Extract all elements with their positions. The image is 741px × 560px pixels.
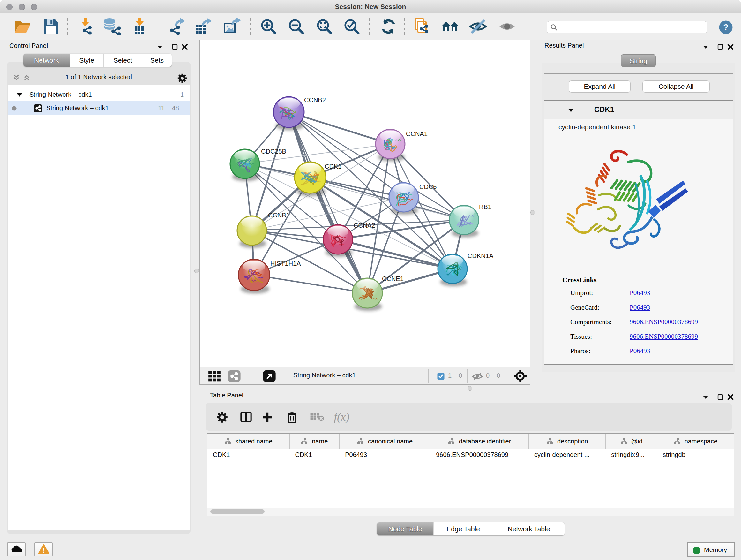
table-cell[interactable]: P06493 bbox=[340, 449, 430, 461]
crosslink-link[interactable]: P06493 bbox=[630, 304, 650, 312]
control-tab-network[interactable]: Network bbox=[23, 54, 70, 67]
node-CCNE1[interactable] bbox=[352, 278, 382, 311]
network-options-gear-icon[interactable] bbox=[177, 73, 187, 83]
network-collection-row[interactable]: String Network – cdk1 1 bbox=[8, 88, 190, 101]
column-header-shared-name[interactable]: shared name bbox=[207, 434, 290, 449]
zoom-in-icon[interactable] bbox=[260, 18, 277, 35]
table-cell[interactable]: stringdb:9... bbox=[606, 449, 657, 461]
node-CDC6[interactable] bbox=[389, 183, 418, 215]
table-row[interactable]: CDK1CDK1P064939606.ENSP00000378699cyclin… bbox=[207, 449, 734, 461]
fit-selected-crosshair-icon[interactable] bbox=[514, 370, 527, 382]
crosslink-label: Tissues: bbox=[570, 333, 592, 341]
result-section-header[interactable]: CDK1 bbox=[544, 101, 733, 119]
control-tab-select[interactable]: Select bbox=[104, 54, 142, 67]
first-neighbors-icon[interactable] bbox=[441, 18, 460, 35]
crosslink-link[interactable]: P06493 bbox=[630, 347, 650, 355]
save-session-icon[interactable] bbox=[43, 18, 59, 35]
search-box[interactable] bbox=[547, 21, 707, 33]
results-panel-close-button[interactable] bbox=[727, 44, 735, 51]
column-header-description[interactable]: description bbox=[529, 434, 606, 449]
results-panel-title: Results Panel bbox=[544, 42, 584, 49]
network-share-badge-icon[interactable] bbox=[228, 370, 241, 382]
column-header--id[interactable]: @id bbox=[606, 434, 657, 449]
section-collapse-triangle-icon[interactable] bbox=[567, 107, 575, 113]
table-panel-maximize-button[interactable] bbox=[717, 394, 725, 401]
node-CCNB1[interactable] bbox=[237, 216, 266, 248]
table-tab-network-table[interactable]: Network Table bbox=[493, 522, 564, 536]
export-network-icon[interactable] bbox=[169, 18, 187, 35]
table-cell[interactable]: stringdb bbox=[657, 449, 734, 461]
new-network-from-selection-icon[interactable] bbox=[413, 17, 430, 36]
results-panel-maximize-button[interactable] bbox=[717, 44, 725, 51]
control-panel-float-button[interactable] bbox=[156, 44, 164, 51]
results-tab-string[interactable]: String bbox=[621, 54, 656, 67]
network-canvas[interactable]: CCNB2CCNA1CDC25BCDK1CDC6RB1CCNB1CCNA2CDK… bbox=[200, 40, 530, 367]
node-label-CCNA1: CCNA1 bbox=[406, 130, 428, 137]
memory-button[interactable]: Memory bbox=[687, 542, 735, 557]
node-CDK1[interactable] bbox=[294, 162, 326, 196]
scrollbar-thumb[interactable] bbox=[210, 509, 265, 514]
table-cell[interactable]: 9606.ENSP00000378699 bbox=[430, 449, 529, 461]
export-table-icon[interactable] bbox=[194, 18, 213, 35]
table-cell[interactable]: CDK1 bbox=[289, 449, 340, 461]
table-cell[interactable]: CDK1 bbox=[207, 449, 289, 461]
table-settings-icon[interactable] bbox=[216, 411, 228, 423]
control-tab-style[interactable]: Style bbox=[70, 54, 104, 67]
control-panel-close-button[interactable] bbox=[181, 44, 189, 51]
table-panel-close-button[interactable] bbox=[727, 394, 735, 401]
export-image-icon[interactable] bbox=[223, 18, 242, 35]
results-panel-float-button[interactable] bbox=[702, 44, 710, 51]
import-table-icon[interactable] bbox=[131, 17, 148, 36]
add-column-icon[interactable] bbox=[261, 411, 273, 423]
birdseye-grid-icon[interactable] bbox=[208, 370, 221, 382]
network-row[interactable]: String Network – cdk1 11 48 bbox=[8, 101, 190, 115]
node-CDKN1A[interactable] bbox=[438, 254, 467, 287]
column-header-name[interactable]: name bbox=[290, 434, 340, 449]
apply-layout-icon[interactable] bbox=[380, 18, 397, 35]
network-current-dot-icon bbox=[12, 106, 17, 111]
help-button[interactable]: ? bbox=[719, 20, 733, 35]
right-splitter-handle[interactable] bbox=[530, 210, 535, 215]
open-in-browser-icon[interactable] bbox=[263, 370, 276, 382]
table-tab-edge-table[interactable]: Edge Table bbox=[434, 522, 493, 536]
import-database-icon[interactable] bbox=[103, 17, 122, 36]
selected-nodes-checkbox-icon[interactable] bbox=[437, 373, 445, 380]
open-session-icon[interactable] bbox=[14, 18, 31, 35]
node-RB1[interactable] bbox=[449, 205, 479, 238]
node-HIST1H1A[interactable] bbox=[239, 259, 270, 294]
crosslink-link[interactable]: 9606.ENSP00000378699 bbox=[630, 318, 698, 326]
column-header-database-identifier[interactable]: database identifier bbox=[430, 434, 529, 449]
node-CCNB2[interactable] bbox=[273, 97, 304, 130]
table-horizontal-scrollbar[interactable] bbox=[207, 508, 734, 516]
edge-CCNB2-CCNA1[interactable] bbox=[289, 112, 390, 144]
table-tab-node-table[interactable]: Node Table bbox=[377, 522, 434, 536]
table-cell[interactable]: cyclin-dependent ... bbox=[529, 449, 606, 461]
crosslink-link[interactable]: P06493 bbox=[630, 289, 650, 297]
hide-selected-icon[interactable] bbox=[469, 19, 487, 34]
import-network-icon[interactable] bbox=[77, 17, 94, 36]
cloud-status-button[interactable] bbox=[7, 543, 25, 556]
node-CCNA2[interactable] bbox=[323, 225, 353, 257]
collapse-all-button[interactable]: Collapse All bbox=[643, 80, 710, 92]
search-input[interactable] bbox=[561, 22, 704, 32]
node-CDC25B[interactable] bbox=[230, 149, 259, 181]
delete-column-icon[interactable] bbox=[286, 411, 297, 423]
application-window: Session: New Session bbox=[0, 0, 741, 560]
column-header-namespace[interactable]: namespace bbox=[657, 434, 734, 449]
show-columns-icon[interactable] bbox=[240, 411, 252, 423]
tree-expand-triangle-icon[interactable] bbox=[16, 92, 23, 98]
zoom-out-icon[interactable] bbox=[288, 18, 305, 35]
show-all-icon[interactable] bbox=[498, 19, 516, 34]
expand-all-button[interactable]: Expand All bbox=[569, 80, 630, 92]
horizontal-splitter-handle[interactable] bbox=[468, 386, 472, 391]
table-panel-float-button[interactable] bbox=[702, 394, 710, 401]
column-header-canonical-name[interactable]: canonical name bbox=[340, 434, 430, 449]
control-panel-maximize-button[interactable] bbox=[172, 44, 180, 51]
node-CCNA1[interactable] bbox=[376, 129, 405, 162]
zoom-selected-icon[interactable] bbox=[343, 18, 360, 35]
zoom-fit-icon[interactable] bbox=[316, 18, 333, 35]
left-splitter-handle[interactable] bbox=[194, 268, 199, 273]
warnings-button[interactable] bbox=[35, 543, 53, 556]
control-tab-sets[interactable]: Sets bbox=[142, 54, 172, 67]
crosslink-link[interactable]: 9606.ENSP00000378699 bbox=[630, 333, 698, 341]
